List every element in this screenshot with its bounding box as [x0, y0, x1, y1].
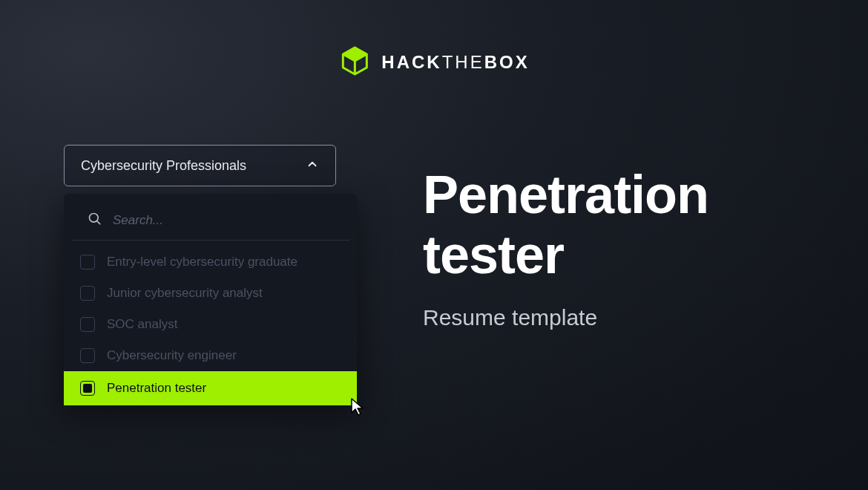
- list-item-selected[interactable]: Penetration tester: [64, 371, 357, 405]
- list-item-label: SOC analyst: [107, 317, 177, 332]
- list-item-label: Entry-level cybersecurity graduate: [107, 255, 297, 270]
- dropdown-trigger[interactable]: Cybersecurity Professionals: [64, 145, 336, 186]
- checkbox-icon: [80, 317, 95, 332]
- checkbox-icon: [80, 286, 95, 301]
- list-item-label: Cybersecurity engineer: [107, 348, 237, 363]
- search-row: [71, 204, 349, 241]
- page-subtitle: Resume template: [423, 305, 708, 330]
- checkbox-icon: [80, 255, 95, 270]
- dropdown-selected-label: Cybersecurity Professionals: [81, 158, 246, 174]
- list-item[interactable]: Junior cybersecurity analyst: [64, 278, 357, 309]
- brand-logo: HACKTHEBOX: [338, 45, 529, 80]
- dropdown-panel: Entry-level cybersecurity graduate Junio…: [64, 194, 357, 405]
- checkbox-icon: [80, 348, 95, 363]
- list-item-label: Junior cybersecurity analyst: [107, 286, 263, 301]
- list-item[interactable]: SOC analyst: [64, 309, 357, 340]
- brand-name: HACKTHEBOX: [381, 52, 529, 73]
- dropdown-list: Entry-level cybersecurity graduate Junio…: [64, 241, 357, 405]
- cube-icon: [338, 45, 371, 80]
- list-item[interactable]: Cybersecurity engineer: [64, 340, 357, 371]
- search-icon: [88, 212, 102, 229]
- list-item-label: Penetration tester: [107, 381, 206, 396]
- list-item[interactable]: Entry-level cybersecurity graduate: [64, 246, 357, 278]
- checkbox-checked-icon: [80, 381, 95, 396]
- chevron-up-icon: [306, 157, 319, 174]
- page-title: Penetration tester: [423, 165, 708, 284]
- search-input[interactable]: [113, 213, 333, 228]
- heading-block: Penetration tester Resume template: [423, 165, 708, 330]
